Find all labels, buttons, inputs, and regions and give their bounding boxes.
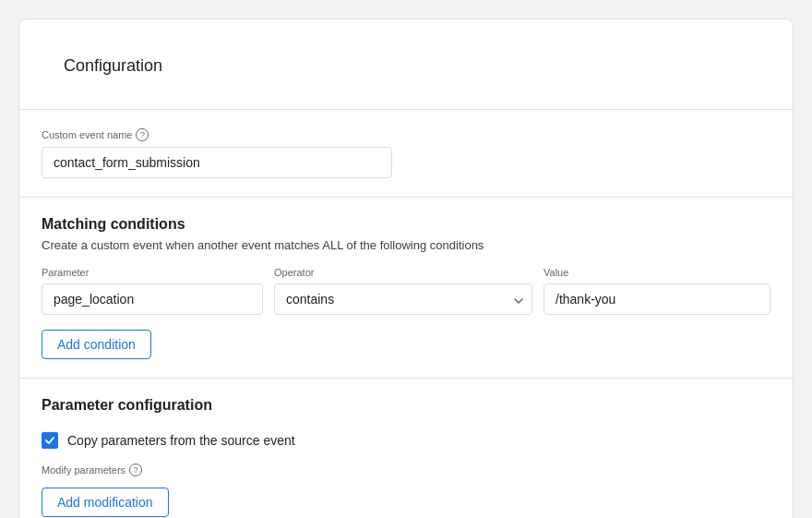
modify-params-help-icon[interactable]: ? — [129, 464, 142, 476]
custom-event-section: Custom event name ? — [19, 110, 793, 197]
add-condition-label: Add condition — [57, 337, 136, 352]
checkmark-icon — [44, 435, 55, 446]
add-modification-button[interactable]: Add modification — [42, 488, 169, 517]
custom-event-name-input[interactable] — [42, 147, 392, 178]
modify-params-label-row: Modify parameters ? — [42, 464, 770, 476]
operator-select-wrapper: contains equals starts with ends with do… — [274, 283, 532, 315]
parameter-field-group: Parameter — [42, 267, 263, 315]
operator-label: Operator — [274, 267, 532, 278]
value-field-group: Value — [543, 267, 770, 315]
custom-event-label: Custom event name ? — [42, 128, 770, 141]
conditions-row: Parameter Operator contains equals start… — [42, 267, 770, 315]
parameter-label: Parameter — [42, 267, 263, 278]
matching-conditions-title: Matching conditions — [42, 216, 770, 233]
configuration-card: Configuration Custom event name ? Matchi… — [18, 18, 794, 518]
card-title: Configuration — [42, 38, 770, 90]
add-modification-label: Add modification — [57, 495, 153, 510]
value-input[interactable] — [543, 283, 770, 315]
copy-params-label: Copy parameters from the source event — [67, 433, 295, 448]
matching-conditions-section: Matching conditions Create a custom even… — [19, 198, 793, 378]
parameter-config-title: Parameter configuration — [42, 397, 770, 414]
custom-event-help-icon[interactable]: ? — [136, 128, 149, 141]
copy-params-row: Copy parameters from the source event — [42, 432, 770, 449]
value-label: Value — [543, 267, 770, 278]
parameter-input[interactable] — [42, 283, 263, 315]
add-condition-button[interactable]: Add condition — [42, 330, 151, 359]
parameter-config-section: Parameter configuration Copy parameters … — [19, 379, 793, 518]
operator-select[interactable]: contains equals starts with ends with do… — [274, 283, 532, 315]
operator-field-group: Operator contains equals starts with end… — [274, 267, 532, 315]
copy-params-checkbox[interactable] — [42, 432, 58, 449]
card-header: Configuration — [19, 19, 793, 109]
matching-conditions-description: Create a custom event when another event… — [42, 238, 770, 252]
